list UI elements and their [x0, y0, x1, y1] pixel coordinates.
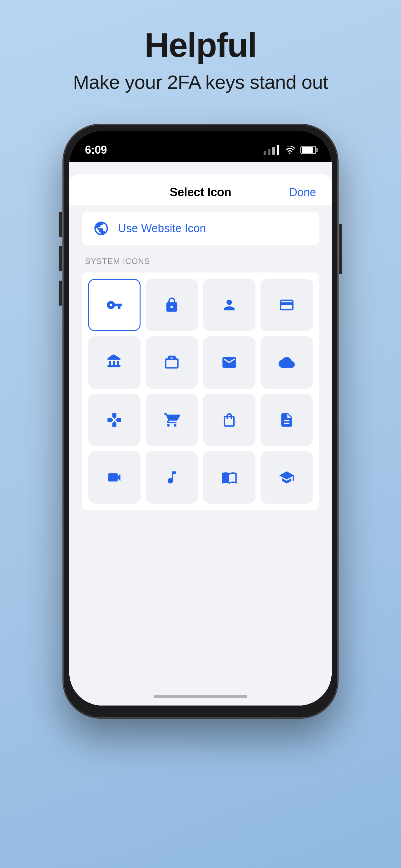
battery-icon — [300, 146, 316, 154]
person-icon-cell[interactable] — [203, 279, 256, 331]
gamecontroller-icon — [106, 412, 123, 428]
envelope-icon — [221, 354, 237, 371]
wifi-icon — [284, 146, 295, 154]
building-icon-cell[interactable] — [88, 336, 140, 389]
gamecontroller-icon-cell[interactable] — [88, 394, 140, 446]
cart-icon-cell[interactable] — [145, 394, 198, 446]
sheet-header: Select Icon Done — [69, 174, 332, 205]
graduationcap-icon — [278, 469, 295, 486]
lock-icon-cell[interactable] — [145, 279, 198, 331]
section-label: SYSTEM ICONS — [82, 256, 319, 266]
dynamic-island — [169, 137, 232, 153]
icons-grid — [88, 279, 313, 504]
bag-icon — [221, 412, 237, 428]
sheet-title: Select Icon — [170, 186, 231, 199]
status-bar: 6:09 — [69, 131, 332, 162]
briefcase-icon — [164, 354, 180, 371]
graduationcap-icon-cell[interactable] — [261, 451, 313, 504]
battery-fill — [302, 147, 313, 153]
status-time: 6:09 — [85, 144, 107, 157]
creditcard-icon — [278, 297, 295, 313]
sheet-content: Use Website Icon SYSTEM ICONS — [69, 205, 332, 706]
website-icon-label: Use Website Icon — [118, 222, 206, 235]
globe-icon — [93, 220, 109, 237]
building-icon — [106, 354, 123, 371]
phone-frame: 6:09 Select Icon — [63, 124, 338, 718]
music-icon — [164, 469, 180, 486]
home-indicator — [154, 695, 247, 698]
cloud-icon-cell[interactable] — [261, 336, 313, 389]
book-icon — [221, 469, 237, 486]
page-subtitle: Make your 2FA keys stand out — [73, 71, 328, 93]
book-icon-cell[interactable] — [203, 451, 256, 504]
phone-screen: 6:09 Select Icon — [69, 131, 332, 706]
cart-icon — [164, 412, 180, 428]
list-icon — [278, 412, 295, 428]
video-icon — [106, 469, 123, 486]
key-icon-cell[interactable] — [88, 279, 140, 331]
sheet-container: Select Icon Done Use Website Icon — [69, 162, 332, 706]
envelope-icon-cell[interactable] — [203, 336, 256, 389]
signal-icon — [264, 145, 279, 155]
bag-icon-cell[interactable] — [203, 394, 256, 446]
video-icon-cell[interactable] — [88, 451, 140, 504]
done-button[interactable]: Done — [289, 186, 316, 199]
music-icon-cell[interactable] — [145, 451, 198, 504]
website-icon-row[interactable]: Use Website Icon — [82, 212, 319, 245]
list-icon-cell[interactable] — [261, 394, 313, 446]
briefcase-icon-cell[interactable] — [145, 336, 198, 389]
modal-sheet: Select Icon Done Use Website Icon — [69, 174, 332, 706]
page-title: Helpful — [144, 25, 257, 65]
key-icon — [106, 297, 123, 313]
creditcard-icon-cell[interactable] — [261, 279, 313, 331]
person-icon — [221, 297, 237, 313]
cloud-icon — [278, 354, 295, 371]
lock-icon — [164, 297, 180, 313]
icons-grid-container — [82, 273, 319, 510]
status-right — [264, 145, 316, 155]
